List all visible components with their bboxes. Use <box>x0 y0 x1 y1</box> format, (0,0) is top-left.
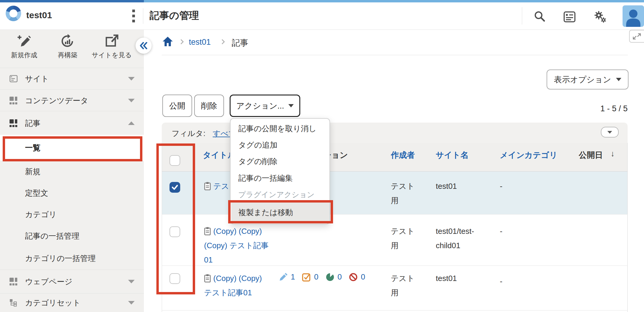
search-icon[interactable] <box>533 10 546 23</box>
expand-window-button[interactable] <box>629 30 644 43</box>
current-site-name[interactable]: test01 <box>26 10 52 20</box>
menu-item-unpublish[interactable]: 記事の公開を取り消し <box>231 121 329 137</box>
author-cell: テスト 用 <box>391 271 415 300</box>
app-logo-icon[interactable] <box>5 5 22 22</box>
sidebar-item-list[interactable]: 一覧 <box>0 135 144 160</box>
sidebar-item-category[interactable]: カテゴリ <box>0 204 144 225</box>
sidebar-action-view-site[interactable]: サイトを見る <box>89 34 134 60</box>
content-divider <box>162 55 628 55</box>
sidebar-item-boilerplate[interactable]: 定型文 <box>0 182 144 204</box>
caret-down-icon <box>616 78 621 81</box>
chevron-down-icon <box>128 301 135 305</box>
rebuild-refresh-icon <box>60 34 75 48</box>
sidebar-actions-row: 新規作成 再構築 サイトを見る <box>0 30 144 68</box>
caret-down-icon <box>607 131 612 134</box>
breadcrumb-separator-icon <box>221 39 225 45</box>
article-title-link[interactable]: (Copy) テスト記事 <box>204 238 269 253</box>
column-header-date[interactable]: 公開日 <box>579 150 603 160</box>
reaction-counts: 1 0 0 0 <box>279 272 369 282</box>
breadcrumb-site-link[interactable]: test01 <box>189 38 211 47</box>
row-checkbox-checked[interactable] <box>169 182 180 193</box>
filter-label: フィルタ: <box>172 128 206 139</box>
chevrons-left-icon <box>140 42 147 49</box>
sidebar-item-site[interactable]: サイト <box>0 68 144 89</box>
publish-button[interactable]: 公開 <box>162 95 192 117</box>
home-icon[interactable] <box>162 36 173 47</box>
check-count-icon <box>302 273 311 282</box>
row-checkbox[interactable] <box>169 273 180 284</box>
site-cell: test01 <box>436 271 457 285</box>
view-site-icon <box>105 34 119 48</box>
actions-dropdown-button[interactable]: アクション... <box>230 95 300 117</box>
pencil-plus-icon <box>17 34 31 48</box>
row-checkbox[interactable] <box>169 226 180 237</box>
column-header-category[interactable]: メインカテゴリ <box>500 150 557 160</box>
actions-dropdown-menu: 記事の公開を取り消し タグの追加 タグの削除 記事の一括編集 プラグインアクショ… <box>230 118 330 224</box>
pie-count[interactable]: 0 <box>337 272 342 282</box>
author-cell: テスト 用 <box>391 224 415 253</box>
block-count-icon <box>349 273 358 282</box>
expand-arrows-icon <box>632 33 641 40</box>
sidebar-collapse-button[interactable] <box>136 38 152 54</box>
filter-collapse-button[interactable] <box>601 127 619 138</box>
menu-item-remove-tags[interactable]: タグの削除 <box>231 153 329 170</box>
column-header-author[interactable]: 作成者 <box>391 150 415 160</box>
top-strip-dark <box>0 0 144 2</box>
category-cell: - <box>500 224 503 238</box>
dashboard-panel-icon[interactable] <box>563 10 576 23</box>
check-icon <box>170 183 180 192</box>
chevron-up-icon <box>128 121 135 125</box>
grid-icon <box>10 278 17 285</box>
breadcrumb-separator-icon <box>180 39 184 45</box>
table-row <box>162 311 628 312</box>
column-header-site[interactable]: サイト名 <box>436 150 469 160</box>
check-count[interactable]: 0 <box>314 272 318 282</box>
sidebar-item-webpage[interactable]: ウェブページ <box>0 270 144 293</box>
document-icon <box>204 274 211 283</box>
chevron-down-icon <box>128 77 135 81</box>
display-options-button[interactable]: 表示オプション <box>547 69 629 89</box>
article-title-link[interactable]: (Copy) (Copy) <box>213 271 262 285</box>
caret-down-icon <box>288 104 294 107</box>
menu-item-copy-or-move[interactable]: 複製または移動 <box>231 202 329 223</box>
header-divider <box>143 8 143 24</box>
sidebar-item-articles[interactable]: 記事 <box>0 111 144 135</box>
edit-count-icon <box>279 273 288 282</box>
breadcrumb-current: 記事 <box>232 37 248 49</box>
sort-descending-icon[interactable]: ↓ <box>611 149 615 158</box>
delete-button[interactable]: 削除 <box>194 95 224 117</box>
category-cell: - <box>500 274 503 288</box>
sidebar-item-category-batch[interactable]: カテゴリの一括管理 <box>0 247 144 270</box>
settings-gears-icon[interactable] <box>593 10 606 23</box>
sidebar-item-content-data[interactable]: コンテンツデータ <box>0 89 144 111</box>
tree-icon <box>10 299 17 307</box>
article-title-link[interactable]: テスト記事01 <box>204 285 262 300</box>
grid-icon <box>10 97 17 104</box>
document-icon <box>204 182 211 191</box>
sidebar-action-rebuild[interactable]: 再構築 <box>45 34 90 60</box>
menu-item-add-tags[interactable]: タグの追加 <box>231 137 329 153</box>
menu-section-plugin-actions: プラグインアクション <box>231 186 329 203</box>
menu-item-batch-edit[interactable]: 記事の一括編集 <box>231 170 329 186</box>
table-row[interactable]: (Copy) (Copy) テスト記事01 1 0 0 0 テスト 用 test… <box>162 266 628 311</box>
chevron-down-icon <box>128 99 135 102</box>
category-cell: - <box>500 179 503 193</box>
sidebar-item-category-set[interactable]: カテゴリセット <box>0 293 144 312</box>
block-count[interactable]: 0 <box>361 272 365 282</box>
site-cell: test01 <box>436 179 457 193</box>
header-divider <box>522 7 522 24</box>
sidebar-action-label: 新規作成 <box>2 51 46 60</box>
article-title-link[interactable]: 01 <box>204 253 269 267</box>
select-all-checkbox[interactable] <box>169 155 180 166</box>
kebab-menu-icon[interactable] <box>132 10 135 23</box>
document-icon <box>204 227 211 236</box>
sidebar-action-create-new[interactable]: 新規作成 <box>2 34 46 60</box>
author-cell: テスト 用 <box>391 179 415 208</box>
user-avatar[interactable] <box>623 5 644 27</box>
article-title-link[interactable]: (Copy) (Copy) <box>213 224 262 238</box>
site-cell: test01/test- child01 <box>436 224 474 253</box>
sidebar-item-new[interactable]: 新規 <box>0 160 144 182</box>
sidebar-item-article-batch[interactable]: 記事の一括管理 <box>0 225 144 247</box>
edit-count[interactable]: 1 <box>291 272 295 282</box>
sidebar-action-label: 再構築 <box>45 51 90 60</box>
